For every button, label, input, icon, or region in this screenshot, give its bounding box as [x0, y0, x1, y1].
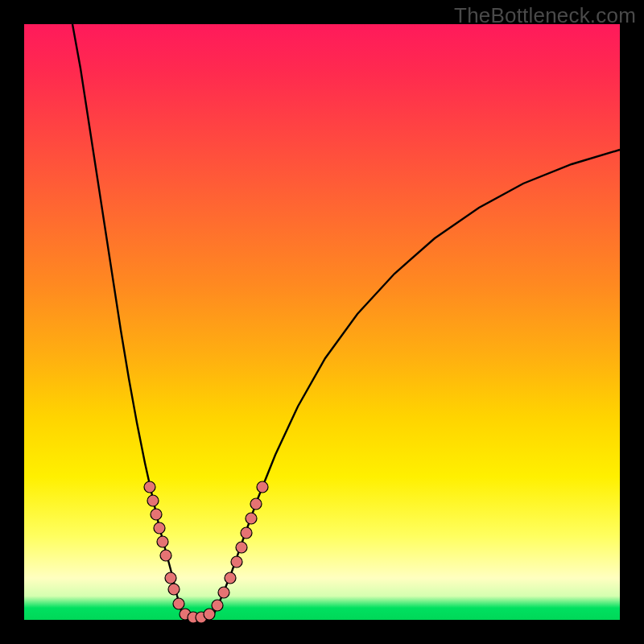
highlight-dot — [257, 481, 268, 493]
chart-plot-area — [24, 24, 620, 620]
highlight-dot — [144, 481, 155, 493]
watermark-text: TheBottleneck.com — [454, 3, 636, 28]
highlight-dot — [236, 542, 247, 553]
highlight-dot — [151, 509, 162, 520]
highlight-dot — [168, 584, 180, 595]
highlight-dot — [250, 498, 262, 510]
chart-frame: TheBottleneck.com — [0, 0, 644, 644]
highlight-dot — [165, 572, 176, 584]
highlight-dot — [241, 527, 252, 539]
highlight-dot — [225, 572, 236, 584]
highlight-dot — [160, 550, 171, 561]
highlight-dot — [231, 556, 242, 568]
chart-svg — [24, 24, 620, 620]
highlight-dot — [154, 522, 165, 534]
highlight-dot — [157, 536, 168, 547]
highlight-dot — [147, 495, 159, 506]
highlight-dot — [212, 600, 223, 611]
marker-group — [144, 481, 268, 623]
highlight-dot — [218, 587, 229, 598]
highlight-dot — [246, 513, 257, 524]
highlight-dot — [204, 609, 215, 620]
highlight-dot — [173, 598, 184, 609]
